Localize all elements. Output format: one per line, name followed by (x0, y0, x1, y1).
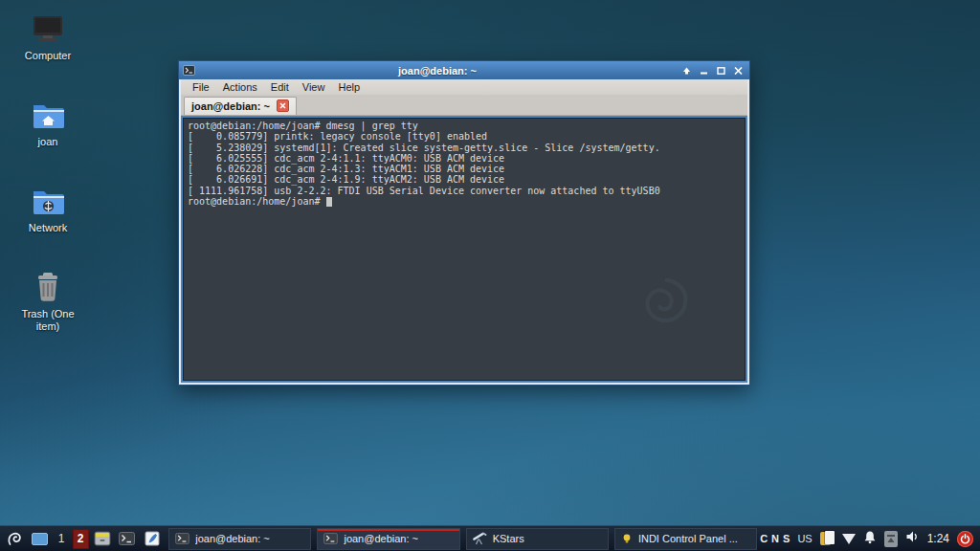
terminal-line: [ 6.026228] cdc_acm 2-4:1.3: ttyACM1: US… (188, 164, 741, 174)
text-editor-launcher[interactable] (141, 528, 163, 550)
window-button-label: KStars (493, 533, 524, 544)
desktop-icon-label: Trash (One item) (10, 308, 86, 333)
taskbar-window-terminal-1[interactable]: joan@debian: ~ (168, 528, 311, 550)
menubar: File Actions Edit View Help (181, 79, 747, 95)
menu-edit[interactable]: Edit (264, 80, 296, 94)
terminal-line: [ 0.085779] printk: legacy console [tty0… (188, 131, 741, 142)
terminal-icon (183, 65, 195, 76)
power-button[interactable] (957, 531, 973, 547)
tab-close-button[interactable] (277, 99, 289, 112)
workspace-1-button[interactable]: 1 (54, 529, 70, 549)
clock[interactable]: 1:24 (927, 532, 949, 545)
maximize-button[interactable] (714, 64, 728, 77)
network-folder-icon (29, 184, 67, 218)
keyboard-lock-indicators: C N S (760, 533, 790, 544)
debian-swirl-watermark (621, 259, 702, 340)
desktop-icon-label: joan (38, 136, 58, 148)
file-cabinet-icon (94, 531, 111, 546)
terminal-launcher[interactable] (116, 528, 138, 550)
terminal-window: joan@debian: ~ File Actions Edit View He… (178, 60, 750, 386)
terminal-cursor (326, 197, 332, 207)
mousepad-editor-icon (145, 531, 160, 546)
terminal-line: [ 6.025555] cdc_acm 2-4:1.1: ttyACM0: US… (188, 153, 741, 164)
terminal-icon (323, 533, 338, 544)
scroll-lock-indicator: S (783, 533, 790, 544)
terminal-icon (119, 532, 135, 545)
minimize-button[interactable] (697, 64, 711, 77)
indi-icon (621, 533, 633, 544)
menu-actions[interactable]: Actions (216, 80, 264, 94)
close-button[interactable] (731, 64, 746, 77)
window-button-label: joan@debian: ~ (344, 533, 418, 544)
shade-button[interactable] (679, 64, 694, 77)
terminal-line: [ 1111.961758] usb 2-2.2: FTDI USB Seria… (188, 186, 741, 196)
file-manager-launcher[interactable] (92, 528, 114, 550)
workspace-label: 2 (78, 532, 84, 545)
taskbar: 1 2 joan@debian (0, 525, 980, 551)
menu-file[interactable]: File (186, 80, 216, 94)
workspace-label: 1 (58, 532, 65, 545)
home-folder-icon (29, 98, 67, 132)
terminal-line: root@debian:/home/joan# dmesg | grep tty (188, 121, 741, 131)
desktop-icon-label: Network (29, 222, 67, 234)
desktop-icon-home-joan[interactable]: joan (10, 98, 86, 148)
window-button-label: INDI Control Panel ... (638, 533, 738, 544)
computer-icon (29, 11, 67, 46)
window-title: joan@debian: ~ (199, 65, 676, 77)
terminal-line: [ 6.026691] cdc_acm 2-4:1.9: ttyACM2: US… (188, 174, 741, 185)
taskbar-window-indi-control-panel[interactable]: INDI Control Panel ... (614, 528, 757, 550)
taskbar-window-kstars[interactable]: KStars (466, 528, 609, 550)
applications-menu-button[interactable] (4, 528, 26, 550)
workspace-2-button[interactable]: 2 (73, 529, 89, 549)
menu-help[interactable]: Help (331, 80, 367, 94)
kstars-telescope-icon (473, 532, 487, 545)
caps-lock-indicator: C (760, 533, 768, 544)
window-titlebar[interactable]: joan@debian: ~ (179, 61, 749, 79)
window-button-label: joan@debian: ~ (195, 533, 270, 544)
window-body: File Actions Edit View Help joan@debian:… (179, 79, 749, 385)
desktop: Computer joan Network (0, 0, 980, 551)
trash-icon (29, 270, 67, 304)
keyboard-layout-indicator[interactable]: US (797, 533, 812, 544)
terminal-line: [ 5.238029] systemd[1]: Created slice sy… (188, 143, 741, 153)
desktop-rect-icon (32, 533, 48, 545)
terminal-output[interactable]: root@debian:/home/joan# dmesg | grep tty… (181, 116, 747, 383)
show-desktop-button[interactable] (29, 528, 51, 550)
notification-bell-icon[interactable] (863, 530, 877, 548)
tab-label: joan@debian: ~ (191, 100, 270, 112)
desktop-icon-label: Computer (25, 50, 71, 62)
terminal-prompt: root@debian:/home/joan# (188, 196, 326, 207)
terminal-icon (175, 533, 189, 544)
terminal-prompt-line: root@debian:/home/joan# (188, 196, 741, 207)
desktop-icon-network[interactable]: Network (10, 184, 86, 234)
desktop-icon-computer[interactable]: Computer (10, 11, 86, 62)
volume-icon[interactable] (905, 530, 920, 547)
removable-media-icon[interactable] (884, 531, 898, 547)
desktop-icon-trash[interactable]: Trash (One item) (10, 270, 86, 333)
clipboard-manager-icon[interactable] (820, 531, 835, 546)
system-tray: C N S US (760, 530, 976, 548)
menu-view[interactable]: View (296, 80, 332, 94)
notes-applet-icon[interactable] (842, 534, 856, 544)
xfce-mouse-icon (7, 531, 23, 547)
terminal-tab[interactable]: joan@debian: ~ (184, 97, 297, 115)
num-lock-indicator: N (771, 533, 779, 544)
tabbar: joan@debian: ~ (181, 95, 747, 116)
taskbar-window-terminal-2[interactable]: joan@debian: ~ (317, 528, 459, 550)
